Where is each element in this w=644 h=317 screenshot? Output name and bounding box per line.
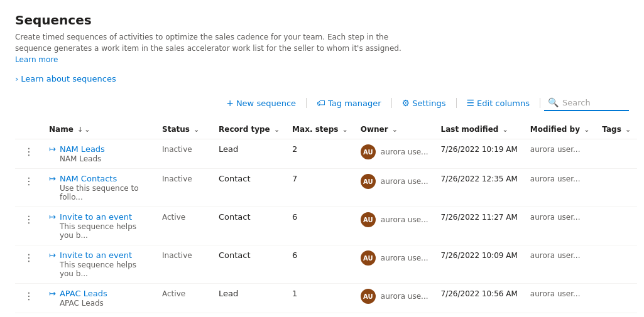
table-row: ⋮ ↦ NAM Leads NAM Leads Inactive Lead 2 … (15, 139, 637, 169)
col-modified-by-header[interactable]: Modified by ⌄ (524, 120, 596, 139)
modified-by-value: aurora user... (530, 289, 581, 298)
row-owner-cell: AU aurora use... (354, 169, 435, 207)
chevron-down-icon: ⌄ (274, 126, 280, 134)
more-options-icon[interactable]: ⋮ (21, 174, 36, 188)
row-name-cell: ↦ NAM Contacts Use this sequence to foll… (43, 169, 156, 207)
tag-icon: 🏷 (317, 98, 325, 108)
row-more-options[interactable]: ⋮ (15, 169, 43, 207)
col-status-header[interactable]: Status ⌄ (156, 120, 212, 139)
row-more-options[interactable]: ⋮ (15, 245, 43, 284)
row-last-modified-cell: 7/26/2022 10:56 AM (435, 284, 524, 313)
col-name-header[interactable]: Name ↓⌄ (43, 120, 156, 139)
row-tags-cell (596, 139, 637, 169)
status-badge: Active (162, 289, 185, 298)
learn-more-link[interactable]: Learn more (15, 55, 58, 64)
row-max-steps-cell: 6 (286, 207, 354, 245)
row-tags-cell (596, 207, 637, 245)
row-modified-by-cell: aurora user... (524, 284, 596, 313)
sequence-icon: ↦ (49, 144, 56, 154)
more-options-icon[interactable]: ⋮ (21, 212, 36, 227)
sequence-name[interactable]: NAM Leads (60, 144, 105, 154)
status-badge: Inactive (162, 175, 192, 183)
status-badge: Inactive (162, 145, 192, 154)
row-more-options[interactable]: ⋮ (15, 139, 43, 169)
col-record-type-header[interactable]: Record type ⌄ (212, 120, 286, 139)
modified-by-value: aurora user... (530, 213, 581, 222)
col-owner-header[interactable]: Owner ⌄ (354, 120, 435, 139)
sequence-name[interactable]: NAM Contacts (60, 174, 150, 183)
row-record-type-cell: Contact (212, 169, 286, 207)
sort-icon: ↓ (77, 126, 83, 134)
col-last-modified-header[interactable]: Last modified ⌄ (435, 120, 524, 139)
sequence-name[interactable]: APAC Leads (60, 289, 107, 298)
sequence-icon: ↦ (49, 174, 56, 183)
row-status-cell: Active (156, 284, 212, 313)
tag-manager-button[interactable]: 🏷 Tag manager (310, 95, 388, 111)
row-more-options[interactable]: ⋮ (15, 207, 43, 245)
edit-columns-button[interactable]: ☰ Edit columns (461, 95, 537, 111)
row-status-cell: Active (156, 207, 212, 245)
toolbar-divider-3 (456, 98, 457, 108)
row-name-cell: ↦ Invite to an event This sequence helps… (43, 245, 156, 284)
avatar: AU (361, 250, 376, 266)
row-tags-cell (596, 245, 637, 284)
toolbar-divider-4 (540, 98, 540, 108)
avatar: AU (361, 289, 376, 304)
sequence-subtitle: This sequence helps you b... (60, 222, 150, 240)
row-name-cell: ↦ APAC Leads APAC Leads (43, 284, 156, 313)
settings-button[interactable]: ⚙ Settings (396, 95, 452, 111)
toolbar: + New sequence 🏷 Tag manager ⚙ Settings … (15, 95, 629, 115)
col-options-header (15, 120, 43, 139)
sequence-icon: ↦ (49, 289, 56, 298)
row-last-modified-cell: 7/26/2022 11:27 AM (435, 207, 524, 245)
row-record-type-cell: Contact (212, 245, 286, 284)
search-input[interactable] (562, 98, 625, 107)
row-owner-cell: AU aurora use... (354, 139, 435, 169)
new-sequence-button[interactable]: + New sequence (220, 95, 302, 111)
chevron-down-icon: ⌄ (84, 126, 90, 134)
row-more-options[interactable]: ⋮ (15, 284, 43, 313)
row-name-cell: ↦ Invite to an event This sequence helps… (43, 207, 156, 245)
page-description: Create timed sequences of activities to … (15, 31, 405, 65)
last-modified-value: 7/26/2022 10:56 AM (441, 289, 518, 298)
sequences-table: Name ↓⌄ Status ⌄ Record type ⌄ Max. step… (15, 120, 637, 313)
status-badge: Inactive (162, 251, 192, 260)
row-modified-by-cell: aurora user... (524, 169, 596, 207)
gear-icon: ⚙ (402, 98, 410, 108)
sequence-subtitle: This sequence helps you b... (60, 261, 150, 278)
sequence-name[interactable]: Invite to an event (60, 212, 150, 222)
last-modified-value: 7/26/2022 10:19 AM (441, 145, 518, 154)
owner-name: aurora use... (381, 292, 428, 301)
row-status-cell: Inactive (156, 245, 212, 284)
row-status-cell: Inactive (156, 169, 212, 207)
owner-name: aurora use... (381, 215, 428, 224)
more-options-icon[interactable]: ⋮ (21, 144, 36, 159)
row-modified-by-cell: aurora user... (524, 207, 596, 245)
toolbar-divider-1 (306, 98, 307, 108)
table-row: ⋮ ↦ APAC Leads APAC Leads Active Lead 1 … (15, 284, 637, 313)
sequence-name[interactable]: Invite to an event (60, 250, 150, 260)
row-max-steps-cell: 6 (286, 245, 354, 284)
row-record-type-cell: Lead (212, 139, 286, 169)
row-name-cell: ↦ NAM Leads NAM Leads (43, 139, 156, 169)
row-modified-by-cell: aurora user... (524, 245, 596, 284)
row-last-modified-cell: 7/26/2022 10:19 AM (435, 139, 524, 169)
row-max-steps-cell: 2 (286, 139, 354, 169)
row-tags-cell (596, 169, 637, 207)
modified-by-value: aurora user... (530, 145, 581, 154)
row-max-steps-cell: 7 (286, 169, 354, 207)
col-max-steps-header[interactable]: Max. steps ⌄ (286, 120, 354, 139)
row-tags-cell (596, 284, 637, 313)
modified-by-value: aurora user... (530, 175, 581, 183)
status-badge: Active (162, 213, 185, 222)
learn-about-sequences[interactable]: › Learn about sequences (15, 74, 116, 83)
col-tags-header[interactable]: Tags ⌄ (596, 120, 637, 139)
table-header-row: Name ↓⌄ Status ⌄ Record type ⌄ Max. step… (15, 120, 637, 139)
row-owner-cell: AU aurora use... (354, 284, 435, 313)
row-owner-cell: AU aurora use... (354, 207, 435, 245)
last-modified-value: 7/26/2022 11:27 AM (441, 213, 518, 222)
row-status-cell: Inactive (156, 139, 212, 169)
more-options-icon[interactable]: ⋮ (21, 250, 36, 265)
more-options-icon[interactable]: ⋮ (21, 289, 36, 303)
last-modified-value: 7/26/2022 10:09 AM (441, 251, 518, 260)
